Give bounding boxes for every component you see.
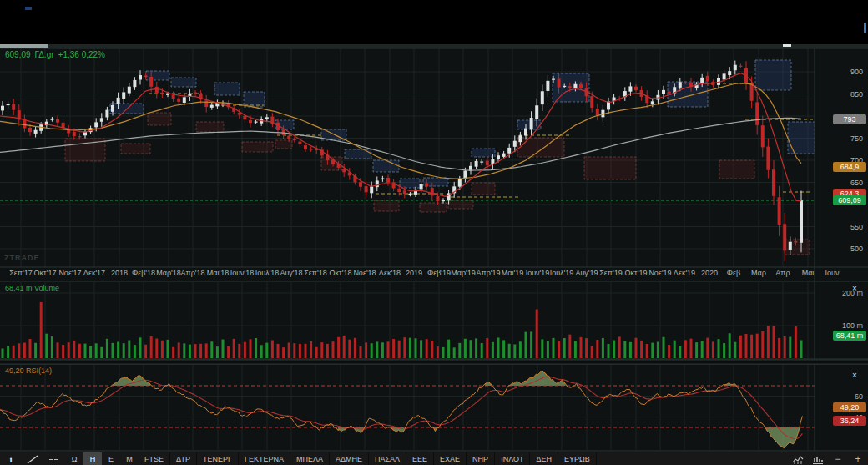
- symbol-tab-ΝΗΡ[interactable]: ΝΗΡ: [467, 452, 495, 465]
- symbol-tab-ΠΑΣΑΛ[interactable]: ΠΑΣΑΛ: [369, 452, 406, 465]
- symbol-tab-ΕΕΕ[interactable]: ΕΕΕ: [406, 452, 434, 465]
- period-button-Ω[interactable]: Ω: [65, 452, 83, 465]
- rsi-value: 49,20: [5, 366, 24, 375]
- symbol-tab-ΙΝΛΟΤ[interactable]: ΙΝΛΟΤ: [495, 452, 530, 465]
- rsi-pane-label: 49,20 RSI(14): [5, 366, 52, 375]
- period-button-Η[interactable]: Η: [83, 452, 102, 465]
- rsi-badge: 36,24: [833, 416, 866, 426]
- info-icon[interactable]: i: [0, 452, 22, 465]
- symbol-tabs: FTSEΔΤΡΤΕΝΕΡΓΓΕΚΤΕΡΝΑΜΠΕΛΑΑΔΜΗΕΠΑΣΑΛΕΕΕΕ…: [139, 452, 597, 465]
- rsi-badge: 49,20: [833, 402, 866, 412]
- symbol-tab-FTSE[interactable]: FTSE: [139, 452, 170, 465]
- zoom-in-icon[interactable]: +: [848, 453, 868, 465]
- rsi-name: RSI(14): [26, 366, 52, 375]
- labels-layer: 609,09ΓΔ.gr+1,36 0,22% ZTRADE 68,41 m Vo…: [0, 0, 868, 465]
- symbol-label: ΓΔ.gr: [35, 50, 54, 59]
- symbol-tab-ΤΕΝΕΡΓ[interactable]: ΤΕΝΕΡΓ: [197, 452, 239, 465]
- rsi-tick-label: 60: [855, 392, 863, 401]
- indicators-icon[interactable]: [43, 452, 65, 465]
- toolbar-right-icons: − +: [788, 452, 868, 465]
- symbol-tab-ΑΔΜΗΕ[interactable]: ΑΔΜΗΕ: [330, 452, 369, 465]
- price-axis[interactable]: [815, 48, 868, 267]
- volume-badge: 68,41 m: [833, 331, 866, 341]
- volume-histogram-icon[interactable]: [808, 455, 828, 464]
- platform-watermark: ZTRADE: [4, 254, 40, 262]
- volume-name: Volume: [34, 284, 59, 292]
- symbol-tab-ΜΠΕΛΑ[interactable]: ΜΠΕΛΑ: [290, 452, 330, 465]
- rsi-tick-label: 40: [855, 413, 863, 422]
- volume-close-icon[interactable]: ×: [850, 284, 860, 294]
- symbol-header: 609,09ΓΔ.gr+1,36 0,22%: [5, 50, 109, 59]
- last-price-label: 609,09: [5, 50, 31, 59]
- symbol-tab-ΔΤΡ[interactable]: ΔΤΡ: [170, 452, 197, 465]
- volume-pane-label: 68,41 m Volume: [5, 284, 59, 292]
- change-label: +1,36 0,22%: [58, 50, 105, 59]
- period-button-Μ[interactable]: Μ: [120, 452, 139, 465]
- period-buttons: ΩΗΕΜ: [65, 452, 139, 465]
- trading-app-window: 609,09ΓΔ.gr+1,36 0,22% ZTRADE 68,41 m Vo…: [0, 0, 868, 465]
- symbol-tab-ΓΕΚΤΕΡΝΑ[interactable]: ΓΕΚΤΕΡΝΑ: [239, 452, 290, 465]
- period-button-Ε[interactable]: Ε: [102, 452, 120, 465]
- volume-tick-label: 100 m: [842, 321, 863, 330]
- rsi-close-icon[interactable]: ×: [850, 371, 860, 381]
- volume-value: 68,41 m: [5, 284, 33, 292]
- date-axis[interactable]: [0, 267, 868, 281]
- symbol-tab-ΕΧΑΕ[interactable]: ΕΧΑΕ: [434, 452, 467, 465]
- symbol-tab-ΔΕΗ[interactable]: ΔΕΗ: [530, 452, 558, 465]
- trendline-icon[interactable]: [22, 452, 43, 465]
- zoom-out-icon[interactable]: −: [828, 453, 848, 465]
- bottom-toolbar: i ΩΗΕΜ FTSEΔΤΡΤΕΝΕΡΓΓΕΚΤΕΡΝΑΜΠΕΛΑΑΔΜΗΕΠΑ…: [0, 452, 868, 465]
- symbol-tab-ΕΥΡΩΒ[interactable]: ΕΥΡΩΒ: [558, 452, 597, 465]
- line-chart-icon[interactable]: [788, 455, 808, 464]
